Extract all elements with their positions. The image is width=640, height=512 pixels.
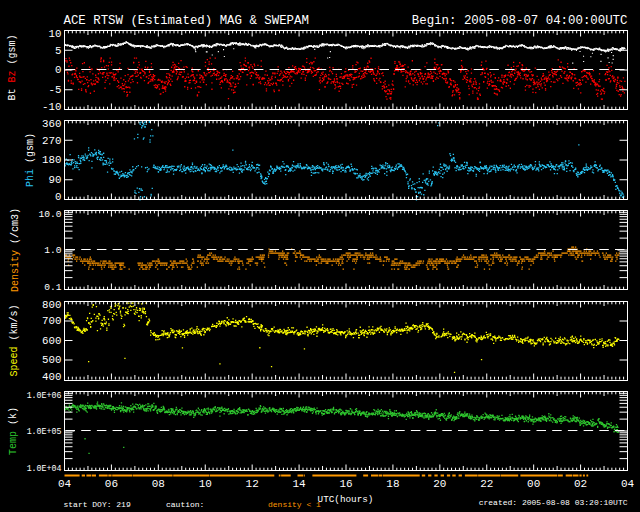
svg-text:caution:: caution: [166,500,204,509]
svg-text:-5: -5 [49,84,62,96]
svg-text:Temp (k): Temp (k) [8,407,19,455]
svg-text:04: 04 [58,478,72,490]
svg-text:Density (/cm3): Density (/cm3) [10,208,21,292]
svg-text:1.0E+04: 1.0E+04 [27,464,62,473]
svg-text:0: 0 [55,64,61,76]
svg-text:04: 04 [621,478,635,490]
svg-text:-10: -10 [42,101,61,113]
svg-text:Begin: 2005-08-07 04:00:00UTC: Begin: 2005-08-07 04:00:00UTC [412,14,628,28]
svg-text:0: 0 [55,191,61,203]
svg-text:360: 360 [42,118,61,130]
svg-text:600: 600 [42,335,61,347]
svg-text:14: 14 [292,478,306,490]
svg-text:10.0: 10.0 [38,209,61,220]
svg-text:500: 500 [42,354,61,366]
svg-text:Bt Bz (gsm): Bt Bz (gsm) [7,34,18,100]
svg-text:00: 00 [527,478,540,490]
svg-text:700: 700 [42,315,61,327]
svg-text:0.1: 0.1 [44,282,62,293]
svg-text:1.0: 1.0 [44,245,62,256]
svg-text:400: 400 [42,371,61,383]
svg-text:Phi (gsm): Phi (gsm) [25,133,36,187]
svg-text:18: 18 [386,478,399,490]
svg-text:20: 20 [433,478,446,490]
svg-text:created: 2005-08-08 03:20:10UT: created: 2005-08-08 03:20:10UTC [479,498,628,507]
svg-text:1.0E+05: 1.0E+05 [27,427,62,436]
svg-text:180: 180 [42,154,61,166]
svg-text:22: 22 [480,478,493,490]
svg-text:UTC(hours): UTC(hours) [318,494,374,505]
svg-text:10: 10 [49,28,62,40]
svg-text:06: 06 [105,478,118,490]
svg-text:08: 08 [152,478,165,490]
svg-text:start DOY: 219: start DOY: 219 [64,500,131,509]
svg-text:270: 270 [42,135,61,147]
svg-text:Speed (km/s): Speed (km/s) [9,304,20,376]
svg-text:90: 90 [49,174,62,186]
svg-text:800: 800 [42,299,61,311]
svg-text:16: 16 [339,478,352,490]
svg-text:02: 02 [574,478,587,490]
svg-text:5: 5 [55,45,61,57]
svg-text:ACE RTSW (Estimated) MAG & SWE: ACE RTSW (Estimated) MAG & SWEPAM [64,14,309,28]
svg-text:1.0E+06: 1.0E+06 [27,391,62,400]
svg-text:density < 1: density < 1 [268,500,321,509]
svg-text:12: 12 [246,478,259,490]
svg-text:10: 10 [199,478,212,490]
